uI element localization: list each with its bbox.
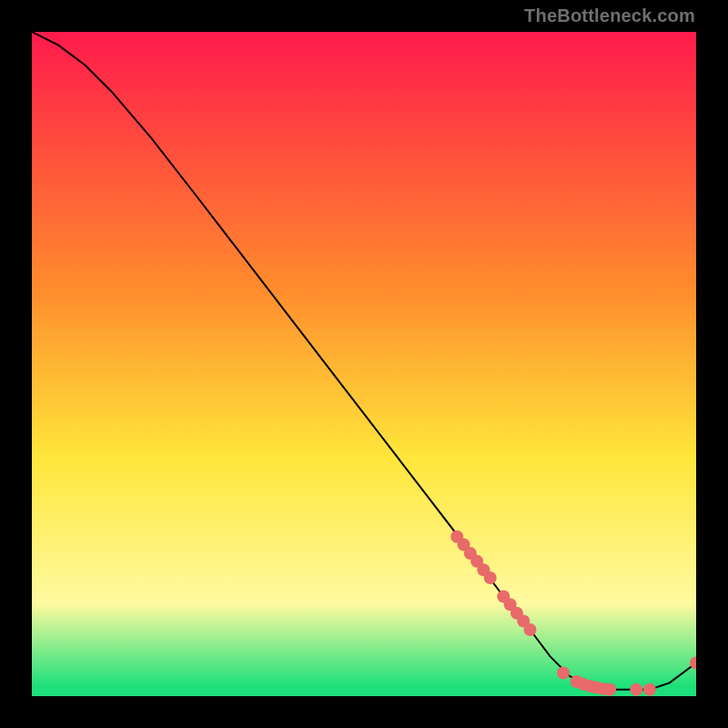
- chart-stage: TheBottleneck.com: [0, 0, 728, 728]
- plot-svg: [32, 32, 696, 696]
- watermark-text: TheBottleneck.com: [524, 5, 695, 26]
- data-marker: [630, 683, 642, 696]
- plot-area: [32, 32, 696, 696]
- gradient-background: [32, 32, 696, 696]
- data-marker: [524, 623, 537, 636]
- data-marker: [643, 683, 656, 696]
- data-marker: [557, 666, 570, 679]
- data-marker: [484, 571, 497, 584]
- data-marker: [603, 683, 616, 696]
